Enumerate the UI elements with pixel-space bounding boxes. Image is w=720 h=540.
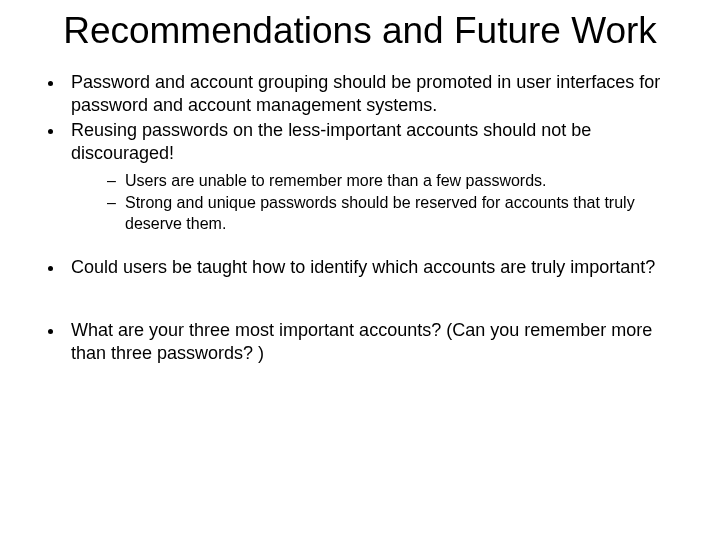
bullet-item: Could users be taught how to identify wh… [65, 256, 680, 279]
slide-title: Recommendations and Future Work [36, 10, 684, 53]
sub-bullet-list: Users are unable to remember more than a… [71, 171, 680, 234]
bullet-item: Reusing passwords on the less-important … [65, 119, 680, 234]
bullet-text: Reusing passwords on the less-important … [71, 120, 591, 163]
sub-bullet-item: Users are unable to remember more than a… [107, 171, 680, 191]
sub-bullet-item: Strong and unique passwords should be re… [107, 193, 680, 234]
bullet-item: What are your three most important accou… [65, 319, 680, 365]
bullet-item: Password and account grouping should be … [65, 71, 680, 117]
slide-container: Recommendations and Future Work Password… [0, 0, 720, 540]
main-bullet-list: Password and account grouping should be … [0, 71, 720, 366]
